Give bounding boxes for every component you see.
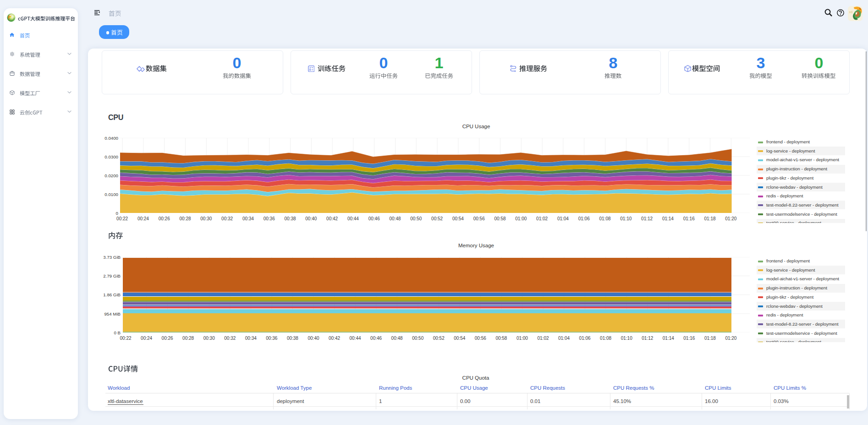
svg-text:HI: HI [849, 10, 853, 14]
